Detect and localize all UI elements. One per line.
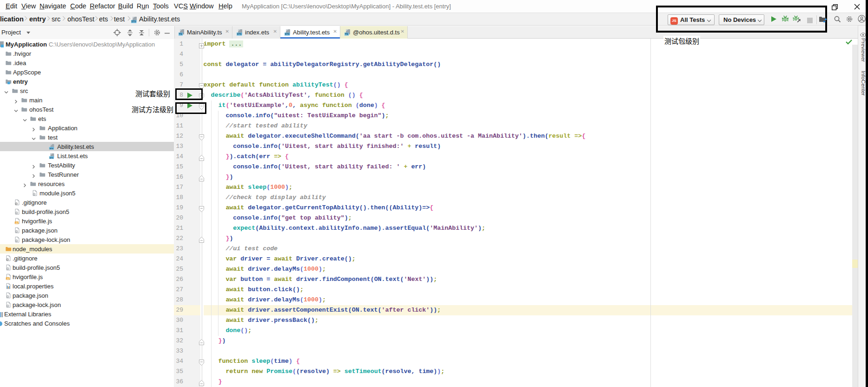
svg-text:JS: JS (15, 222, 18, 224)
svg-text:ETS: ETS (237, 33, 241, 35)
svg-text:TS: TS (179, 33, 182, 35)
svg-text:ETS: ETS (50, 157, 53, 159)
svg-text:ETS: ETS (50, 147, 53, 150)
svg-text:ETS: ETS (285, 33, 289, 35)
svg-text:JS: JS (7, 278, 9, 280)
svg-text:TS: TS (345, 33, 348, 35)
